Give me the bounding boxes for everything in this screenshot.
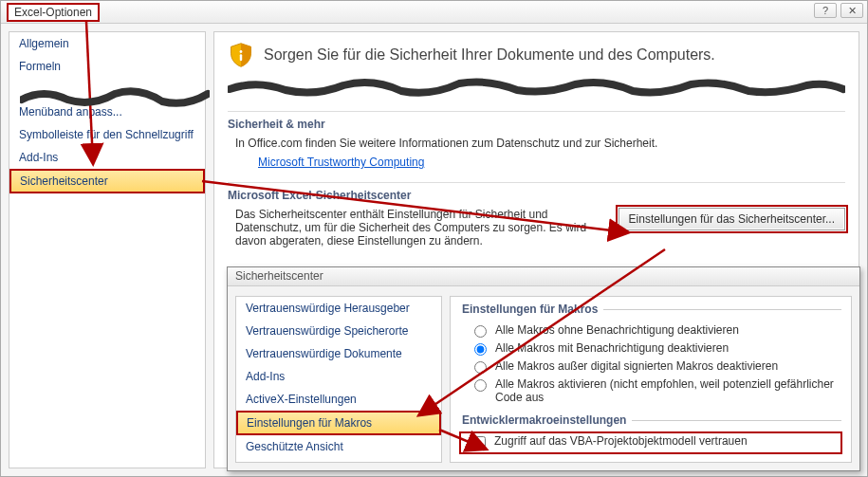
trust-center-dialog: Sicherheitscenter Vertrauenswürdige Hera…	[227, 266, 860, 471]
svg-point-0	[240, 50, 243, 53]
sidebar-item-general[interactable]: Allgemein	[9, 32, 205, 55]
trust-center-content: Einstellungen für Makros Alle Makros ohn…	[450, 296, 852, 463]
macro-settings-group: Einstellungen für Makros Alle Makros ohn…	[460, 303, 841, 406]
tc-sidebar-protectedview[interactable]: Geschützte Ansicht	[236, 435, 441, 458]
vba-trust-checkbox-row[interactable]: Zugriff auf das VBA-Projektobjektmodell …	[460, 432, 841, 453]
tc-sidebar-macros[interactable]: Einstellungen für Makros	[236, 411, 441, 435]
shield-icon	[228, 42, 254, 68]
trust-center-sidebar: Vertrauenswürdige Herausgeber Vertrauens…	[235, 296, 442, 463]
vba-trust-label: Zugriff auf das VBA-Projektobjektmodell …	[494, 434, 748, 448]
macro-option-label: Alle Makros ohne Benachrichtigung deakti…	[495, 323, 739, 337]
section-title: Sicherheit & mehr	[228, 118, 845, 137]
svg-rect-1	[240, 54, 242, 61]
macro-option-radio[interactable]	[474, 325, 487, 338]
dev-macro-settings-legend: Entwicklermakroeinstellungen	[460, 413, 632, 427]
section-trustcenter: Microsoft Excel-Sicherheitscenter Das Si…	[228, 182, 845, 253]
sidebar-item-formulas[interactable]: Formeln	[9, 55, 205, 78]
close-button[interactable]: ✕	[840, 3, 863, 18]
section-text: In Office.com finden Sie weitere Informa…	[235, 137, 845, 150]
macro-option-radio[interactable]	[474, 379, 487, 392]
section-text: Das Sicherheitscenter enthält Einstellun…	[235, 208, 603, 248]
macro-settings-legend: Einstellungen für Makros	[460, 303, 603, 316]
section-security-more: Sicherheit & mehr In Office.com finden S…	[228, 111, 845, 174]
redaction-scribble-1	[228, 76, 845, 97]
macro-option-row[interactable]: Alle Makros außer digital signierten Mak…	[460, 358, 841, 376]
macro-option-radio[interactable]	[474, 361, 487, 374]
sidebar-item-trustcenter[interactable]: Sicherheitscenter	[9, 169, 205, 193]
trust-center-settings-button[interactable]: Einstellungen für das Sicherheitscenter.…	[619, 208, 845, 230]
vba-trust-checkbox[interactable]	[473, 436, 486, 449]
tc-sidebar-addins[interactable]: Add-Ins	[236, 365, 441, 388]
macro-option-label: Alle Makros mit Benachrichtigung deaktiv…	[495, 341, 729, 355]
tc-sidebar-locations[interactable]: Vertrauenswürdige Speicherorte	[236, 320, 441, 342]
trustworthy-computing-link[interactable]: Microsoft Trustworthy Computing	[258, 156, 424, 169]
macro-option-label: Alle Makros aktivieren (nicht empfohlen,…	[495, 377, 841, 404]
macro-option-radio[interactable]	[474, 343, 487, 356]
section-title: Microsoft Excel-Sicherheitscenter	[228, 189, 845, 208]
macro-option-row[interactable]: Alle Makros aktivieren (nicht empfohlen,…	[460, 376, 841, 406]
sidebar-item-qat[interactable]: Symbolleiste für den Schnellzugriff	[9, 123, 205, 146]
dev-macro-settings-group: Entwicklermakroeinstellungen Zugriff auf…	[460, 413, 841, 453]
tc-sidebar-documents[interactable]: Vertrauenswürdige Dokumente	[236, 342, 441, 365]
titlebar: Excel-Optionen ? ✕	[1, 1, 867, 24]
tc-sidebar-publishers[interactable]: Vertrauenswürdige Herausgeber	[236, 297, 441, 320]
redaction-scribble-2	[20, 83, 210, 111]
tc-sidebar-activex[interactable]: ActiveX-Einstellungen	[236, 388, 441, 411]
macro-option-row[interactable]: Alle Makros mit Benachrichtigung deaktiv…	[460, 339, 841, 358]
content-headline: Sorgen Sie für die Sicherheit Ihrer Doku…	[264, 46, 715, 64]
options-dialog: Excel-Optionen ? ✕ Allgemein Formeln Dok…	[0, 0, 868, 477]
help-button[interactable]: ?	[814, 3, 837, 18]
sidebar-item-addins[interactable]: Add-Ins	[9, 146, 205, 169]
trust-center-title: Sicherheitscenter	[228, 267, 859, 286]
macro-option-label: Alle Makros außer digital signierten Mak…	[495, 359, 778, 373]
dialog-title: Excel-Optionen	[7, 3, 100, 22]
macro-option-row[interactable]: Alle Makros ohne Benachrichtigung deakti…	[460, 321, 841, 339]
